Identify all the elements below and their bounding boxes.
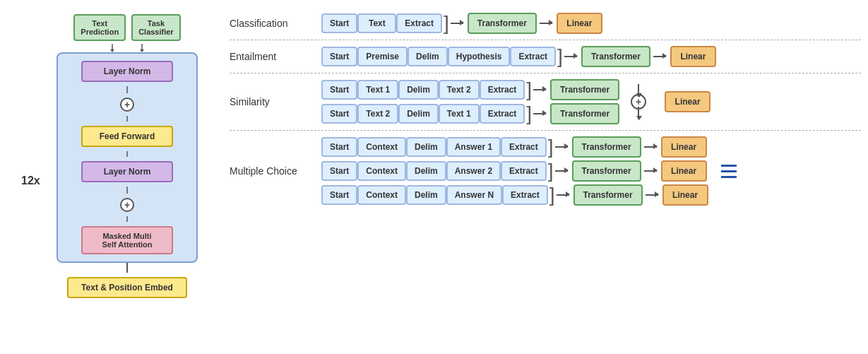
plus-circle-bottom: + (120, 198, 134, 212)
arrow-mc2b (644, 170, 657, 172)
arrow-e2 (653, 56, 666, 57)
mc-ctx-2: Context (357, 161, 406, 181)
arrow-mc1 (555, 146, 568, 148)
mc-delim-2: Delim (406, 161, 446, 181)
seq-premise: Premise (357, 47, 408, 66)
arrow-sim-combine-bot (638, 107, 639, 119)
masked-attn-box: Masked MultiSelf Attention (81, 226, 173, 254)
repeat-label: 12x (21, 175, 40, 187)
mc-delim-n: Delim (406, 185, 446, 205)
bracket-s2: ] (526, 104, 532, 124)
sim-text2-2: Text 2 (357, 104, 398, 124)
sim-text2-1: Text 2 (439, 80, 480, 100)
layer-norm-top: Layer Norm (81, 61, 173, 82)
bracket: ] (444, 13, 449, 33)
mc-ctx-n: Context (357, 185, 406, 205)
top-arrows (109, 44, 145, 52)
mc-stacked-output (721, 165, 737, 178)
mc-row-1: Start Context Delim Answer 1 Extract ] T… (321, 136, 708, 158)
transformer-classification: Transformer (468, 13, 537, 34)
seq-delim-e: Delim (408, 47, 448, 66)
transformer-sim-2: Transformer (550, 103, 619, 124)
similarity-rows: Start Text 1 Delim Text 2 Extract ] Tran… (321, 79, 619, 124)
sim-delim-1: Delim (398, 80, 439, 100)
transformer-sim-1: Transformer (550, 79, 619, 100)
transformer-mc-2: Transformer (572, 160, 641, 182)
mc-ctx-1: Context (357, 137, 406, 157)
arrow-e1 (564, 56, 577, 57)
linear-mc-1: Linear (661, 136, 707, 158)
seq-text: Text (357, 13, 396, 33)
arrow-s1 (533, 89, 546, 90)
bracket-mcn: ] (549, 185, 555, 205)
linear-mc-2: Linear (661, 160, 707, 182)
seq-hypothesis: Hypothesis (448, 47, 511, 66)
transformer-entailment: Transformer (581, 46, 650, 67)
mc-start-n: Start (321, 185, 357, 205)
arrow-to-embed (126, 263, 128, 273)
left-panel: 12x TextPrediction TaskClassifier Layer … (14, 14, 219, 347)
embed-box: Text & Position Embed (67, 277, 187, 298)
mc-start-2: Start (321, 161, 357, 181)
plus-circle-top: + (120, 98, 134, 112)
bracket-e: ] (557, 47, 563, 66)
mc-start-1: Start (321, 137, 357, 157)
linear-classification: Linear (557, 13, 602, 34)
arrow-mcn (557, 194, 569, 196)
layer-norm-bottom: Layer Norm (81, 161, 173, 182)
linear-sim: Linear (665, 91, 711, 112)
sim-text1-1: Text 1 (357, 80, 398, 100)
bracket-mc1: ] (548, 137, 554, 157)
arrow-1 (451, 23, 463, 24)
arrow-s2 (533, 113, 546, 114)
mc-ansn: Answer N (446, 185, 502, 205)
sim-row-2: Start Text 2 Delim Text 1 Extract ] Tran… (321, 103, 619, 124)
text-prediction-box: TextPrediction (73, 14, 126, 41)
task-mc: Multiple Choice Start Context Delim Answ… (230, 131, 861, 211)
linear-entailment: Linear (670, 46, 716, 67)
mc-extract-n: Extract (502, 185, 548, 205)
sim-delim-2: Delim (398, 104, 439, 124)
label-similarity: Similarity (230, 96, 314, 107)
transformer-mc-1: Transformer (572, 136, 641, 158)
right-panel: Classification Start Text Extract ] Tran… (219, 7, 861, 347)
stack-line-1 (721, 165, 737, 167)
linear-mc-n: Linear (662, 184, 708, 206)
mc-extract-2: Extract (501, 161, 547, 181)
sim-start-2: Start (321, 104, 357, 124)
sim-row-1: Start Text 1 Delim Text 2 Extract ] Tran… (321, 79, 619, 100)
transformer-mc-n: Transformer (573, 184, 643, 206)
task-similarity: Similarity Start Text 1 Delim Text 2 Ext… (230, 73, 861, 131)
seq-start: Start (321, 13, 357, 33)
entailment-seq: Start Premise Delim Hypothesis Extract ]… (321, 46, 716, 67)
mc-delim-1: Delim (406, 137, 446, 157)
mc-row-2: Start Context Delim Answer 2 Extract ] T… (321, 160, 708, 182)
label-mc: Multiple Choice (230, 165, 314, 177)
arrow-mcnb (646, 194, 658, 196)
label-classification: Classification (230, 18, 314, 29)
bracket-s1: ] (526, 80, 532, 100)
label-entailment: Entailment (230, 51, 314, 62)
arrow-mc1b (644, 146, 657, 148)
arrow-2 (540, 23, 552, 24)
mc-extract-1: Extract (501, 137, 547, 157)
classification-seq: Start Text Extract ] Transformer Linear (321, 13, 602, 34)
task-classifier-box: TaskClassifier (131, 14, 181, 41)
seq-extract-e: Extract (510, 47, 556, 66)
mc-rows: Start Context Delim Answer 1 Extract ] T… (321, 136, 708, 206)
sim-extract-2: Extract (480, 104, 525, 124)
stack-line-2 (721, 170, 737, 172)
feed-forward-box: Feed Forward (81, 126, 173, 147)
task-entailment: Entailment Start Premise Delim Hypothesi… (230, 40, 861, 73)
output-boxes: TextPrediction TaskClassifier (73, 14, 180, 41)
stack-line-3 (721, 176, 737, 178)
sim-start-1: Start (321, 80, 357, 100)
mc-row-n: Start Context Delim Answer N Extract ] T… (321, 184, 708, 206)
task-classification: Classification Start Text Extract ] Tran… (230, 7, 861, 40)
arrow-sim-combine-top (638, 84, 639, 97)
sim-text1-2: Text 1 (439, 104, 480, 124)
bracket-mc2: ] (548, 161, 554, 181)
transformer-block: Layer Norm + Feed Forward Layer Norm + M… (57, 52, 198, 263)
mc-ans2: Answer 2 (446, 161, 501, 181)
sim-extract-1: Extract (480, 80, 525, 100)
